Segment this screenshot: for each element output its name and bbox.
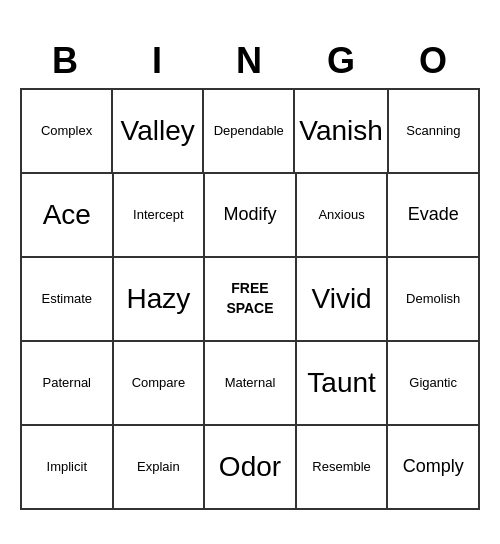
header-letter: N [204, 34, 296, 88]
bingo-cell: Complex [22, 90, 113, 174]
cell-text: Paternal [43, 375, 91, 391]
cell-text: Evade [408, 204, 459, 226]
header-letter: O [388, 34, 480, 88]
bingo-card: BINGO ComplexValleyDependableVanishScann… [20, 34, 480, 510]
cell-text: Demolish [406, 291, 460, 307]
bingo-cell: Intercept [114, 174, 206, 258]
bingo-cell: Hazy [114, 258, 206, 342]
cell-text: Odor [219, 450, 281, 484]
bingo-cell: Odor [205, 426, 297, 510]
bingo-row: ComplexValleyDependableVanishScanning [22, 90, 480, 174]
cell-text: Estimate [42, 291, 93, 307]
bingo-cell: Comply [388, 426, 480, 510]
bingo-cell: Modify [205, 174, 297, 258]
cell-text: Hazy [126, 282, 190, 316]
bingo-cell: Vivid [297, 258, 389, 342]
bingo-cell: Explain [114, 426, 206, 510]
cell-text: Implicit [47, 459, 87, 475]
bingo-cell: Anxious [297, 174, 389, 258]
bingo-cell: Maternal [205, 342, 297, 426]
bingo-cell: Compare [114, 342, 206, 426]
cell-text: Gigantic [409, 375, 457, 391]
bingo-grid: ComplexValleyDependableVanishScanningAce… [20, 88, 480, 510]
cell-text: Maternal [225, 375, 276, 391]
bingo-cell: FREE SPACE [205, 258, 297, 342]
bingo-header: BINGO [20, 34, 480, 88]
cell-text: Complex [41, 123, 92, 139]
bingo-cell: Vanish [295, 90, 389, 174]
bingo-row: AceInterceptModifyAnxiousEvade [22, 174, 480, 258]
bingo-cell: Scanning [389, 90, 480, 174]
bingo-cell: Ace [22, 174, 114, 258]
cell-text: Intercept [133, 207, 184, 223]
bingo-cell: Dependable [204, 90, 295, 174]
bingo-cell: Implicit [22, 426, 114, 510]
bingo-cell: Resemble [297, 426, 389, 510]
cell-text: Compare [132, 375, 185, 391]
cell-text: Explain [137, 459, 180, 475]
header-letter: G [296, 34, 388, 88]
header-letter: B [20, 34, 112, 88]
cell-text: Dependable [214, 123, 284, 139]
bingo-cell: Demolish [388, 258, 480, 342]
bingo-cell: Estimate [22, 258, 114, 342]
cell-text: Vivid [311, 282, 371, 316]
cell-text: Scanning [406, 123, 460, 139]
cell-text: Resemble [312, 459, 371, 475]
cell-text: Valley [121, 114, 195, 148]
cell-text: Vanish [299, 114, 383, 148]
bingo-cell: Valley [113, 90, 204, 174]
bingo-row: ImplicitExplainOdorResembleComply [22, 426, 480, 510]
bingo-row: PaternalCompareMaternalTauntGigantic [22, 342, 480, 426]
cell-text: Anxious [318, 207, 364, 223]
bingo-row: EstimateHazyFREE SPACEVividDemolish [22, 258, 480, 342]
cell-text: Ace [43, 198, 91, 232]
cell-text: Comply [403, 456, 464, 478]
cell-text: FREE SPACE [209, 279, 291, 318]
bingo-cell: Taunt [297, 342, 389, 426]
header-letter: I [112, 34, 204, 88]
cell-text: Taunt [307, 366, 376, 400]
bingo-cell: Gigantic [388, 342, 480, 426]
bingo-cell: Evade [388, 174, 480, 258]
bingo-cell: Paternal [22, 342, 114, 426]
cell-text: Modify [223, 204, 276, 226]
